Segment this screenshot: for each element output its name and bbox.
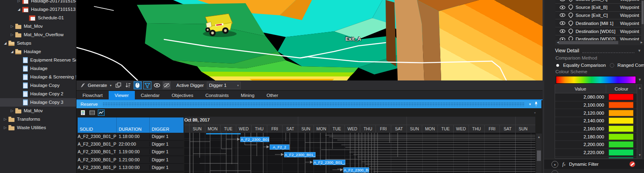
- report-view-button[interactable]: [79, 109, 86, 116]
- tree-item[interactable]: Mat_Mov: [0, 22, 76, 31]
- sort-button[interactable]: [124, 81, 132, 89]
- scroll-thumb[interactable]: [537, 150, 541, 161]
- column-header-digger[interactable]: DIGGER: [150, 117, 184, 133]
- waypoint-row[interactable]: Destination [WD01] Waypoint: [555, 27, 641, 35]
- tree-item[interactable]: Haulage-20171015131740: [0, 5, 76, 14]
- collapse-circle-button[interactable]: [551, 170, 558, 173]
- pin-icon[interactable]: [534, 102, 538, 107]
- gantt-view-button[interactable]: [98, 109, 105, 116]
- legend-scrollbar[interactable]: ▲ ▼: [637, 85, 642, 158]
- column-header-duration[interactable]: DURATION: [117, 117, 150, 133]
- legend-row[interactable]: 2,220.000: [555, 149, 642, 157]
- tab[interactable]: Constraints: [199, 91, 235, 99]
- reserve-panel-header[interactable]: Reserve ▾: [76, 100, 541, 108]
- tab[interactable]: Objectives: [165, 91, 199, 99]
- disable-icon[interactable]: [630, 161, 635, 167]
- waypoint-row[interactable]: Source [Exit_C] Waypoint: [555, 12, 641, 20]
- view-detail-header[interactable]: View Detail ▼: [555, 47, 641, 54]
- gantt-bar[interactable]: A_F2_2300_B(: [343, 167, 369, 173]
- visibility-eye-icon[interactable]: [559, 21, 566, 25]
- table-view-button[interactable]: [89, 109, 95, 116]
- scroll-down-icon[interactable]: ▼: [637, 153, 642, 157]
- hide-button[interactable]: [163, 81, 171, 89]
- panel-options-caret[interactable]: ▾: [534, 111, 536, 115]
- waypoint-row[interactable]: Source [Exit_A] Waypoint: [555, 0, 641, 4]
- column-header-solid[interactable]: SOLID: [78, 117, 117, 133]
- tree-item[interactable]: Haulage-20171015154820: [0, 0, 76, 5]
- legend-row[interactable]: 2,180.000: [555, 133, 642, 141]
- gantt-vertical-scrollbar[interactable]: ▲: [536, 134, 542, 173]
- viewport-3d[interactable]: Exit_A: [76, 0, 543, 80]
- reserve-collapse-caret[interactable]: ▾: [529, 102, 531, 106]
- gantt-bar[interactable]: A_F2_2300_B01_: [284, 152, 316, 157]
- tree-item[interactable]: Setups: [0, 39, 76, 47]
- tree-item[interactable]: Mat_Mov_Overflow: [0, 31, 76, 39]
- filter-button[interactable]: [143, 81, 151, 89]
- legend-row[interactable]: 2,240.000: [555, 157, 642, 159]
- tree-item[interactable]: Haulage & Screening Stat: [0, 73, 76, 81]
- tree-expander-icon[interactable]: [16, 0, 22, 5]
- tree-expander-icon[interactable]: [9, 31, 15, 39]
- tree-item[interactable]: Mat_Mov: [0, 107, 76, 115]
- legend-row[interactable]: 2,120.000: [555, 109, 642, 117]
- waypoint-row[interactable]: Destination [Mill 1] Waypoint: [555, 19, 641, 27]
- tree-item[interactable]: Haulage: [0, 47, 76, 56]
- waypoint-horizontal-scrollbar[interactable]: ◄ ►: [555, 40, 644, 45]
- tab[interactable]: Other: [260, 91, 284, 99]
- tree-item[interactable]: Transforms: [0, 115, 76, 124]
- task-row[interactable]: A_F2_2300_B01_P( 1.18:00:00 Digger 1: [78, 133, 184, 140]
- tree-item[interactable]: Waste Utilities: [0, 124, 76, 132]
- tree-item[interactable]: Haulage: [0, 64, 76, 73]
- tab[interactable]: Mining: [235, 91, 260, 99]
- tree-item[interactable]: Haulage Copy: [0, 81, 76, 90]
- generate-dropdown-caret[interactable]: ▾: [110, 84, 111, 87]
- visibility-eye-icon[interactable]: [559, 0, 566, 1]
- value-column-header[interactable]: Value: [555, 85, 606, 93]
- generate-button[interactable]: Generate ▾: [79, 81, 113, 89]
- task-row[interactable]: A_F2_2300_B01_P( 22:00:00 Digger 1: [78, 140, 184, 148]
- tab[interactable]: Flowchart: [76, 91, 109, 99]
- task-row[interactable]: A_F2_2300_B01_T( 1.19:00:00 Digger 1: [78, 148, 184, 156]
- tree-expander-icon[interactable]: [2, 115, 8, 124]
- gantt-chart[interactable]: A_F2_2300_B01 A_F2_2 A_F2_2300_B01_ A_F2…: [184, 133, 535, 173]
- scroll-thumb[interactable]: [559, 41, 618, 44]
- visibility-eye-icon[interactable]: [559, 29, 566, 33]
- tree-expander-icon[interactable]: [9, 107, 15, 115]
- task-row[interactable]: A_F2_2300_B01_P( 1.21:00:00 Digger 1: [78, 156, 184, 164]
- task-row[interactable]: A_F2_2300_B01_P( 1.13:00:00 Digger 1: [78, 164, 184, 171]
- colour-column-header[interactable]: Colour: [606, 85, 637, 93]
- tab[interactable]: Calendar: [135, 91, 166, 99]
- select-mode-button[interactable]: [134, 81, 142, 89]
- tree-expander-icon[interactable]: [2, 39, 8, 47]
- tab[interactable]: Viewer: [109, 91, 135, 99]
- scroll-up-icon[interactable]: ▲: [637, 86, 642, 90]
- colour-scheme-gradient[interactable]: [556, 76, 636, 84]
- legend-row[interactable]: 2,160.000: [555, 125, 642, 133]
- waypoint-vertical-scrollbar[interactable]: [641, 0, 644, 40]
- tree-item[interactable]: Haulage Copy 2: [0, 90, 76, 98]
- chevron-down-icon[interactable]: ▼: [638, 78, 642, 82]
- legend-row[interactable]: 2,200.000: [555, 141, 642, 149]
- visibility-eye-icon[interactable]: [559, 6, 566, 9]
- legend-row[interactable]: 2,100.000: [555, 101, 642, 109]
- legend-row[interactable]: 2,140.000: [555, 117, 642, 125]
- ranged-radio[interactable]: [610, 63, 614, 68]
- show-button[interactable]: [153, 81, 161, 89]
- visibility-eye-icon[interactable]: [559, 13, 566, 17]
- scroll-up-icon[interactable]: ▲: [536, 135, 542, 139]
- chevron-down-icon[interactable]: ▼: [638, 49, 641, 53]
- tree-item[interactable]: Schedule-01: [0, 14, 76, 22]
- tree-expander-icon[interactable]: [16, 5, 22, 14]
- active-digger-select[interactable]: Digger 1 ▾: [207, 82, 241, 89]
- legend-row[interactable]: 2,080.000: [555, 93, 642, 101]
- tree-expander-icon[interactable]: [9, 47, 15, 56]
- gantt-bar[interactable]: A_F2_2300_B01_J: [313, 160, 345, 165]
- dynamic-filter-bar[interactable]: ▲ fx Dynamic Filter: [544, 159, 644, 169]
- equality-radio[interactable]: [555, 63, 560, 68]
- tree-expander-icon[interactable]: [2, 124, 8, 132]
- tree-item[interactable]: Haulage Copy 3: [0, 98, 76, 107]
- collapse-circle-button[interactable]: ▲: [551, 161, 558, 168]
- scroll-right-icon[interactable]: ►: [640, 40, 643, 45]
- tree-expander-icon[interactable]: [9, 22, 15, 31]
- duplicate-button[interactable]: [114, 81, 122, 89]
